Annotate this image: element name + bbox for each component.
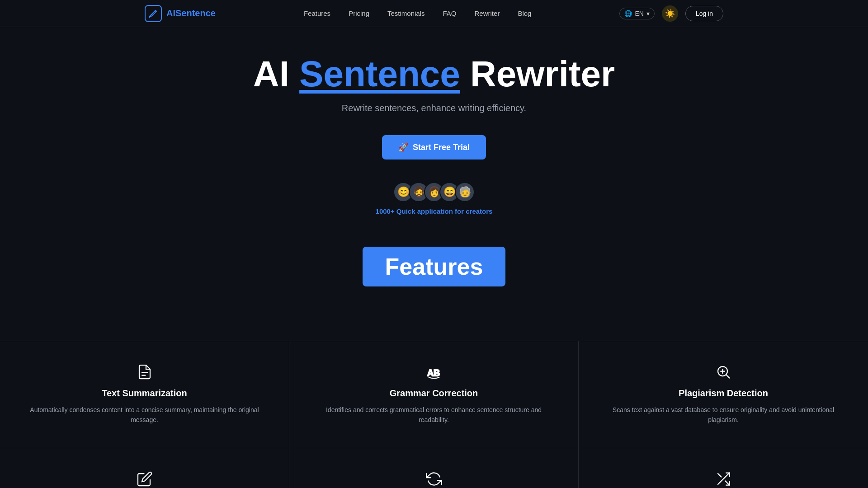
feature-desc: Identifies and corrects grammatical erro… [316,405,551,425]
logo-icon [145,5,162,22]
social-proof-text: 1000+ Quick application for creators [376,207,493,215]
feature-plagiarism-detection: Plagiarism Detection Scans text against … [579,341,868,448]
document-icon [27,364,262,380]
feature-style-improvement: Style Improvement Refines sentence fluen… [0,448,289,488]
nav-pricing[interactable]: Pricing [349,9,369,17]
grammar-icon: AB [316,364,551,380]
refresh-icon [316,471,551,487]
feature-title: Text Summarization [27,388,262,399]
hero-title-pre: AI [253,54,299,94]
feature-grammar-correction: AB Grammar Correction Identifies and cor… [289,341,579,448]
feature-desc: Automatically condenses content into a c… [27,405,262,425]
svg-line-3 [726,481,730,485]
svg-text:AB: AB [427,368,440,378]
hero-section: AI Sentence Rewriter Rewrite sentences, … [0,0,868,341]
hero-subtitle: Rewrite sentences, enhance writing effic… [0,103,868,113]
features-heading-box: Features [363,247,506,286]
shuffle-icon [606,471,841,487]
nav-links: Features Pricing Testimonials FAQ Rewrit… [304,9,531,18]
logo-text: AISentence [166,8,216,19]
svg-line-4 [718,474,722,477]
chevron-down-icon: ▾ [646,10,650,17]
login-button[interactable]: Log in [685,6,723,21]
avatar-group: 😊 🧔 👩 😄 🧓 [393,182,475,202]
lang-label: EN [635,10,643,17]
feature-text-summarization: Text Summarization Automatically condens… [0,341,289,448]
feature-multiple-variations: Multiple Variations Generates diverse ve… [579,448,868,488]
hero-title-accent: Sentence [299,54,460,94]
sun-icon: ☀️ [665,9,675,19]
feature-instant-rewriting: Instant Rewriting Provides immediate sug… [289,448,579,488]
avatar: 🧓 [455,182,475,202]
nav-right: 🌐 EN ▾ ☀️ Log in [619,5,723,22]
globe-icon: 🌐 [624,10,632,17]
feature-title: Grammar Correction [316,388,551,399]
feature-desc: Scans text against a vast database to en… [606,405,841,425]
nav-rewriter[interactable]: Rewriter [475,9,500,17]
nav-features[interactable]: Features [304,9,330,17]
social-desc: Quick application for creators [395,207,493,215]
logo[interactable]: AISentence [145,5,216,22]
features-grid-section: Text Summarization Automatically condens… [0,341,868,488]
social-proof: 😊 🧔 👩 😄 🧓 1000+ Quick application for cr… [0,182,868,215]
nav-testimonials[interactable]: Testimonials [387,9,425,17]
language-selector[interactable]: 🌐 EN ▾ [619,8,654,19]
features-heading-wrapper: Features [0,247,868,286]
nav-faq[interactable]: FAQ [443,9,457,17]
rocket-icon: 🚀 [398,142,408,152]
navbar: AISentence Features Pricing Testimonials… [0,0,868,27]
search-zoom-icon [606,364,841,380]
features-grid: Text Summarization Automatically condens… [0,341,868,488]
cta-button[interactable]: 🚀 Start Free Trial [382,135,486,160]
feature-title: Plagiarism Detection [606,388,841,399]
nav-blog[interactable]: Blog [518,9,531,17]
pencil-icon [27,471,262,487]
cta-label: Start Free Trial [413,143,470,152]
social-count: 1000+ [376,207,395,215]
theme-toggle[interactable]: ☀️ [662,5,678,22]
hero-title-post: Rewriter [460,54,615,94]
hero-title: AI Sentence Rewriter [0,54,868,94]
features-heading: Features [385,253,483,280]
